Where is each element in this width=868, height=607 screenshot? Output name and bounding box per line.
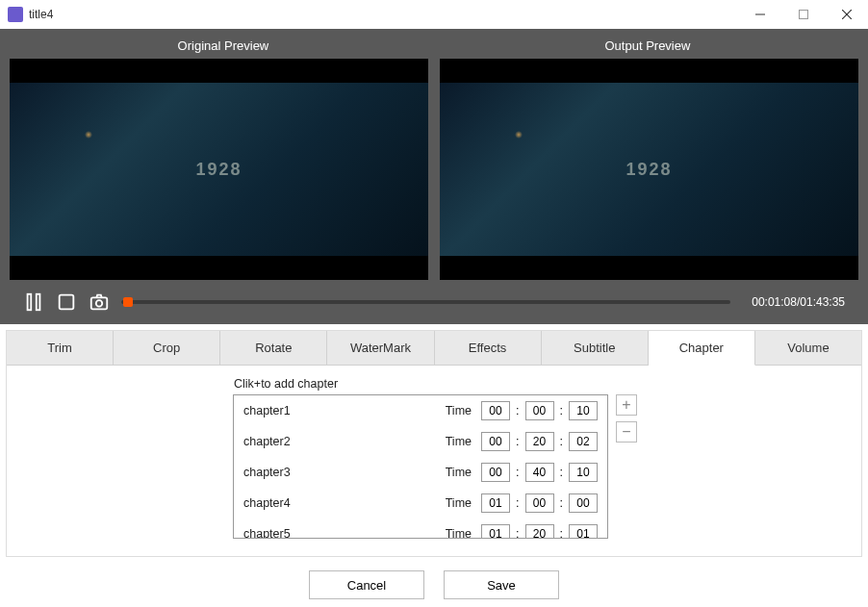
pause-icon xyxy=(23,291,44,313)
playback-bar: 00:01:08/01:43:35 xyxy=(10,280,858,324)
tab-volume[interactable]: Volume xyxy=(755,331,861,366)
add-chapter-button[interactable]: + xyxy=(616,394,637,416)
pause-button[interactable] xyxy=(23,291,44,313)
tab-chapter[interactable]: Chapter xyxy=(649,331,755,366)
time-separator: : xyxy=(516,496,519,510)
chapter-buttons: + − xyxy=(616,394,637,443)
time-separator: : xyxy=(516,466,519,479)
cancel-button[interactable]: Cancel xyxy=(309,570,424,599)
svg-point-8 xyxy=(96,300,102,306)
video-frame-original: 1928 xyxy=(10,83,428,256)
chapter-hour-input[interactable] xyxy=(481,524,510,539)
stop-icon xyxy=(56,291,77,313)
chapter-minute-input[interactable] xyxy=(525,463,554,482)
chapter-name: chapter4 xyxy=(243,496,440,510)
original-preview-label: Original Preview xyxy=(178,38,269,53)
tab-rotate[interactable]: Rotate xyxy=(220,331,327,366)
tab-strip: Trim Crop Rotate WaterMark Effects Subti… xyxy=(7,331,861,366)
preview-labels: Original Preview Output Preview xyxy=(10,38,858,59)
timeline-thumb[interactable] xyxy=(123,297,133,307)
time-label: Time xyxy=(446,466,472,479)
chapter-second-input[interactable] xyxy=(569,432,598,451)
chapter-minute-input[interactable] xyxy=(525,524,554,539)
time-label: Time xyxy=(446,404,472,417)
close-icon xyxy=(842,10,852,19)
tab-watermark[interactable]: WaterMark xyxy=(327,331,434,366)
snapshot-button[interactable] xyxy=(89,291,110,313)
tabs-container: Trim Crop Rotate WaterMark Effects Subti… xyxy=(6,330,862,557)
chapter-minute-input[interactable] xyxy=(525,432,554,451)
chapter-second-input[interactable] xyxy=(569,463,598,482)
tab-effects[interactable]: Effects xyxy=(435,331,542,366)
chapter-name: chapter1 xyxy=(243,404,440,417)
time-separator: : xyxy=(560,435,563,448)
footer-buttons: Cancel Save xyxy=(0,563,868,607)
chapter-row[interactable]: chapter4Time:: xyxy=(234,488,607,518)
titlebar-left: title4 xyxy=(8,7,53,22)
chapter-hour-input[interactable] xyxy=(481,432,510,451)
save-button[interactable]: Save xyxy=(444,570,559,599)
tab-crop[interactable]: Crop xyxy=(114,331,220,366)
window-title: title4 xyxy=(29,8,53,21)
camera-icon xyxy=(89,291,110,313)
svg-rect-6 xyxy=(60,295,74,310)
svg-rect-7 xyxy=(91,297,108,309)
time-separator: : xyxy=(560,527,563,539)
tab-trim[interactable]: Trim xyxy=(7,331,114,366)
video-overlay-text: 1928 xyxy=(625,160,672,180)
chapter-minute-input[interactable] xyxy=(525,493,554,513)
close-button[interactable] xyxy=(825,0,868,29)
tab-subtitle[interactable]: Subtitle xyxy=(542,331,649,366)
chapter-name: chapter5 xyxy=(243,527,440,539)
time-label: Time xyxy=(446,527,472,539)
window-controls xyxy=(738,0,868,29)
video-overlay-text: 1928 xyxy=(195,160,242,180)
chapter-row[interactable]: chapter5Time:: xyxy=(234,518,607,539)
minimize-icon xyxy=(755,10,765,19)
timeline-track[interactable] xyxy=(121,300,730,304)
original-preview: 1928 xyxy=(10,59,428,280)
chapter-hour-input[interactable] xyxy=(481,493,510,513)
time-separator: : xyxy=(560,404,563,417)
time-label: Time xyxy=(446,435,472,448)
chapter-second-input[interactable] xyxy=(569,401,598,420)
time-separator: : xyxy=(516,404,519,417)
timecode-display: 00:01:08/01:43:35 xyxy=(742,295,845,309)
minimize-button[interactable] xyxy=(738,0,781,29)
preview-row: 1928 1928 xyxy=(10,59,858,280)
maximize-icon xyxy=(799,10,808,19)
plus-icon: + xyxy=(622,397,630,413)
chapter-row[interactable]: chapter1Time:: xyxy=(234,395,607,426)
video-frame-output: 1928 xyxy=(440,83,858,256)
svg-rect-5 xyxy=(37,294,40,311)
title-bar: title4 xyxy=(0,0,868,29)
time-separator: : xyxy=(560,496,563,510)
chapter-minute-input[interactable] xyxy=(525,401,554,420)
chapter-list[interactable]: chapter1Time::chapter2Time::chapter3Time… xyxy=(233,394,608,539)
preview-area: Original Preview Output Preview 1928 192… xyxy=(0,29,868,324)
output-preview-label: Output Preview xyxy=(605,38,691,53)
svg-rect-4 xyxy=(28,294,32,311)
add-chapter-label: Clik+to add chapter xyxy=(234,377,852,391)
app-icon xyxy=(8,7,23,22)
chapter-wrap: chapter1Time::chapter2Time::chapter3Time… xyxy=(233,394,852,539)
minus-icon: − xyxy=(622,424,630,440)
chapter-second-input[interactable] xyxy=(569,493,598,513)
chapter-name: chapter2 xyxy=(243,435,440,448)
chapter-hour-input[interactable] xyxy=(481,401,510,420)
svg-rect-1 xyxy=(799,11,807,19)
time-separator: : xyxy=(560,466,563,479)
stop-button[interactable] xyxy=(56,291,77,313)
remove-chapter-button[interactable]: − xyxy=(616,421,637,443)
maximize-button[interactable] xyxy=(781,0,825,29)
chapter-hour-input[interactable] xyxy=(481,463,510,482)
output-preview: 1928 xyxy=(440,59,858,280)
time-separator: : xyxy=(516,435,519,448)
chapter-panel: Clik+to add chapter chapter1Time::chapte… xyxy=(7,366,861,556)
chapter-name: chapter3 xyxy=(243,466,440,479)
chapter-row[interactable]: chapter3Time:: xyxy=(234,457,607,488)
time-label: Time xyxy=(446,496,472,510)
time-separator: : xyxy=(516,527,519,539)
chapter-second-input[interactable] xyxy=(569,524,598,539)
chapter-row[interactable]: chapter2Time:: xyxy=(234,426,607,457)
